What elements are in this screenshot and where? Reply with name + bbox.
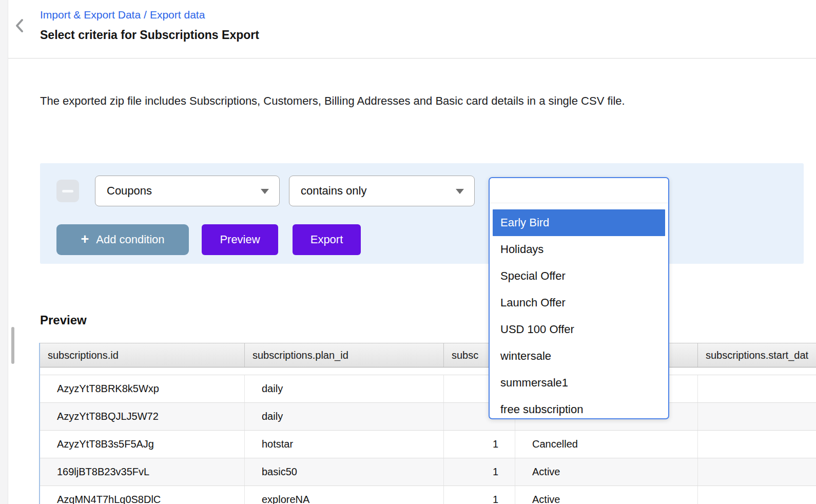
table-cell: Cancelled [515, 431, 698, 458]
table-row: AzqMN4T7hLq0S8DlCexploreNA1Active [40, 486, 816, 504]
table-cell: basic50 [245, 458, 444, 486]
plus-icon: + [81, 232, 89, 246]
dropdown-option[interactable]: Holidays [493, 236, 665, 263]
export-button[interactable]: Export [293, 224, 361, 255]
table-cell: AzyzYtT8B3s5F5AJg [40, 431, 245, 458]
table-cell [698, 403, 816, 430]
preview-button[interactable]: Preview [202, 224, 278, 255]
table-cell: exploreNA [245, 486, 444, 504]
column-header: subscriptions.id [40, 343, 245, 367]
table-row: AzyzYtT8B3s5F5AJghotstar1Cancelled [40, 431, 816, 458]
table-cell: daily [245, 403, 444, 430]
coupon-value-dropdown: Early BirdHolidaysSpecial OfferLaunch Of… [489, 177, 669, 419]
table-cell: 1 [444, 486, 515, 504]
page-title: Select criteria for Subscriptions Export [40, 28, 259, 42]
chevron-down-icon [456, 189, 464, 194]
table-cell: 1 [444, 458, 515, 486]
table-cell: AzyzYtT8BRK8k5Wxp [40, 375, 245, 402]
operator-select[interactable]: contains only [289, 176, 475, 206]
vertical-scrollbar-thumb[interactable] [11, 327, 14, 364]
table-header-row: subscriptions.idsubscriptions.plan_idsub… [40, 343, 816, 367]
breadcrumb-link-export-data[interactable]: Export data [150, 9, 205, 21]
table-cell [698, 458, 816, 486]
dropdown-option[interactable]: Early Bird [493, 209, 665, 236]
dropdown-options-list: Early BirdHolidaysSpecial OfferLaunch Of… [490, 209, 668, 419]
table-cell: 1 [444, 431, 515, 458]
breadcrumb-link-import-export[interactable]: Import & Export Data [40, 9, 141, 21]
table-cell: Active [515, 486, 698, 504]
dropdown-option[interactable]: summersale1 [493, 370, 665, 396]
chevron-left-icon [14, 18, 26, 33]
table-cell: 169ljBT8B23v35FvL [40, 458, 245, 486]
table-row: AzyzYtT8BQJLJ5W72daily [40, 403, 816, 431]
column-header: subscriptions.plan_id [245, 343, 444, 367]
preview-table: subscriptions.idsubscriptions.plan_idsub… [39, 343, 816, 504]
chevron-down-icon [261, 189, 269, 194]
table-cell: Active [515, 458, 698, 486]
table-body: AzyzYtT8BRK8k5WxpdailyAzyzYtT8BQJLJ5W72d… [40, 375, 816, 504]
operator-select-value: contains only [289, 184, 366, 198]
dropdown-option[interactable]: wintersale [493, 343, 665, 370]
dropdown-option[interactable]: USD 100 Offer [493, 316, 665, 343]
dropdown-option[interactable]: free subscription [493, 396, 665, 419]
table-cell [698, 431, 816, 458]
condition-builder-panel: Coupons contains only + Add condition Pr… [40, 163, 804, 264]
field-select-value: Coupons [95, 184, 152, 198]
table-header-gap [40, 367, 816, 375]
dropdown-option[interactable]: Launch Offer [493, 289, 665, 316]
table-cell: daily [245, 375, 444, 402]
dropdown-spacer [490, 203, 668, 209]
minus-icon [62, 190, 73, 192]
table-cell: AzqMN4T7hLq0S8DlC [40, 486, 245, 504]
page-left-strip [0, 0, 8, 504]
add-condition-label: Add condition [96, 233, 164, 246]
table-cell: hotstar [245, 431, 444, 458]
table-row: 169ljBT8B23v35FvLbasic501Active [40, 458, 816, 486]
field-select[interactable]: Coupons [95, 176, 280, 206]
table-cell [698, 375, 816, 402]
breadcrumb-separator: / [141, 9, 150, 21]
dropdown-empty-option[interactable] [490, 178, 668, 203]
remove-condition-button[interactable] [56, 180, 79, 202]
preview-heading: Preview [40, 313, 87, 327]
back-button[interactable] [14, 18, 26, 33]
add-condition-button[interactable]: + Add condition [56, 224, 189, 255]
table-row: AzyzYtT8BRK8k5Wxpdaily [40, 375, 816, 403]
table-cell: AzyzYtT8BQJLJ5W72 [40, 403, 245, 430]
column-header: subscriptions.start_dat [698, 343, 816, 367]
export-description: The exported zip file includes Subscript… [40, 94, 769, 108]
export-criteria-page: Import & Export Data/Export data Select … [0, 0, 816, 504]
dropdown-option[interactable]: Special Offer [493, 263, 665, 289]
breadcrumb: Import & Export Data/Export data [40, 9, 205, 21]
page-header: Import & Export Data/Export data Select … [0, 0, 816, 59]
table-cell [698, 486, 816, 504]
